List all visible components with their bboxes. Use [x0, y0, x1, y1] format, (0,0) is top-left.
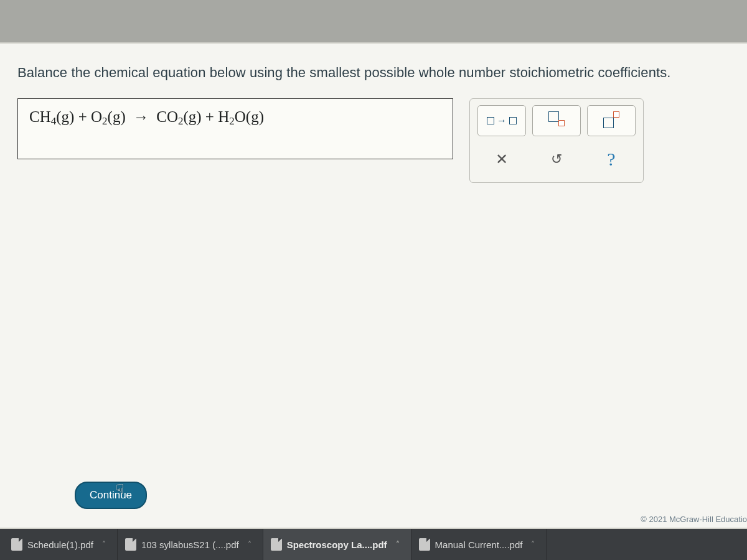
question-panel: Balance the chemical equation below usin… [0, 42, 747, 529]
product-1: CO2(g) [156, 108, 205, 125]
pdf-icon [11, 538, 22, 551]
subscript-text: 2 [102, 115, 108, 127]
plus-sign: + [205, 108, 218, 125]
phase-text: (g) [246, 108, 264, 125]
download-label: Spectroscopy La....pdf [287, 539, 387, 550]
download-item[interactable]: Schedule(1).pdf ˄ [4, 529, 118, 560]
reactant-1: CH4(g) [29, 108, 78, 125]
tool-row-2: ✕ ↺ ? [477, 144, 636, 175]
phase-text: (g) [56, 108, 74, 125]
chevron-up-icon[interactable]: ˄ [396, 540, 400, 549]
arrow-icon: → [487, 115, 517, 126]
downloads-bar: Schedule(1).pdf ˄ 103 syllabusS21 (....p… [0, 529, 747, 560]
phase-text: (g) [183, 108, 201, 125]
formula-text: H [218, 108, 229, 125]
help-button[interactable]: ? [587, 144, 636, 175]
reaction-arrow-glyph: → [129, 108, 153, 125]
download-label: Schedule(1).pdf [27, 539, 93, 550]
formula-text: CO [156, 108, 178, 125]
undo-button[interactable]: ↺ [532, 144, 581, 175]
subscript-text: 4 [51, 115, 57, 127]
insert-superscript-button[interactable] [587, 105, 636, 136]
close-icon: ✕ [496, 151, 508, 168]
chevron-up-icon[interactable]: ˄ [102, 540, 106, 549]
help-icon: ? [607, 149, 615, 170]
download-label: 103 syllabusS21 (....pdf [141, 539, 239, 550]
insert-subscript-button[interactable] [532, 105, 581, 136]
phase-text: (g) [108, 108, 126, 125]
subscript-text: 2 [229, 115, 235, 127]
subscript-icon [547, 111, 566, 130]
formula-text: O [91, 108, 102, 125]
formula-toolbar: → ✕ ↺ [469, 98, 644, 183]
download-item[interactable]: Spectroscopy La....pdf ˄ [263, 529, 411, 560]
formula-text: O [235, 108, 246, 125]
pdf-icon [271, 538, 282, 551]
download-item[interactable]: 103 syllabusS21 (....pdf ˄ [118, 529, 263, 560]
download-item[interactable]: Manual Current....pdf ˄ [411, 529, 547, 560]
question-prompt: Balance the chemical equation below usin… [17, 65, 730, 81]
equation-input[interactable]: CH4(g) + O2(g) → CO2(g) + H2O(g) [17, 98, 453, 159]
clear-button[interactable]: ✕ [477, 144, 526, 175]
formula-text: CH [29, 108, 51, 125]
chevron-up-icon[interactable]: ˄ [248, 540, 251, 549]
plus-sign: + [78, 108, 91, 125]
chevron-up-icon[interactable]: ˄ [531, 540, 535, 549]
work-row: CH4(g) + O2(g) → CO2(g) + H2O(g) → [17, 98, 730, 183]
tool-row-1: → [477, 105, 636, 136]
product-2: H2O(g) [218, 108, 264, 125]
continue-button[interactable]: Continue [75, 482, 147, 509]
download-label: Manual Current....pdf [435, 539, 523, 550]
reactant-2: O2(g) [91, 108, 129, 125]
insert-arrow-button[interactable]: → [477, 105, 526, 136]
copyright-text: © 2021 McGraw-Hill Educatio [641, 515, 747, 524]
undo-icon: ↺ [551, 151, 562, 167]
pdf-icon [419, 538, 430, 551]
continue-wrap: Continue [75, 482, 147, 509]
pdf-icon [125, 538, 136, 551]
superscript-icon [602, 111, 621, 130]
